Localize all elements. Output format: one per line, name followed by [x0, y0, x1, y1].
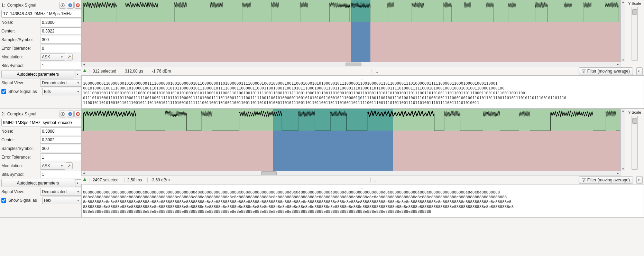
- autodetect-dropdown[interactable]: ▼: [75, 70, 81, 78]
- ellipsis-bottom: …: [83, 105, 642, 108]
- show-as-select[interactable]: Bits▼: [42, 88, 81, 95]
- error-input[interactable]: ▲ ▼: [40, 153, 81, 161]
- scrollbar-thumb[interactable]: [261, 171, 277, 175]
- scroll-up-icon[interactable]: ▲: [622, 109, 625, 112]
- filename-input[interactable]: [1, 119, 81, 126]
- signal-burst: [329, 0, 350, 22]
- info-button[interactable]: i: [67, 2, 74, 9]
- show-as-checkbox[interactable]: [1, 198, 6, 203]
- status-bar: 312 selected 312,00 µs -1,76 dBm … Filte…: [81, 67, 644, 75]
- bits-input[interactable]: ▲ ▼: [40, 62, 81, 69]
- data-line[interactable]: 1100101101010010110111001011101100101111…: [83, 101, 642, 105]
- signal-burst: [387, 0, 394, 22]
- data-line[interactable]: 888e888888888888888e88888888888888888888…: [83, 195, 642, 200]
- data-line[interactable]: 888e8888e888888888888888888e88e8e8888888…: [83, 209, 642, 214]
- autodetect-modulation-button[interactable]: [66, 54, 73, 60]
- waveform-view[interactable]: [81, 109, 620, 171]
- vertical-scrollbar[interactable]: ▲ ▼: [620, 0, 625, 62]
- autodetect-dropdown[interactable]: ▼: [75, 179, 81, 187]
- filter-dropdown[interactable]: ▼: [636, 176, 643, 184]
- scroll-up-icon[interactable]: ▲: [622, 0, 625, 3]
- status-time: 312,00 µs: [122, 69, 146, 74]
- chevron-down-icon: ▼: [76, 182, 79, 185]
- data-line[interactable]: 8e8888888e8e8e888888888e88888e888e888888…: [83, 200, 642, 205]
- svg-marker-1: [62, 4, 64, 6]
- filter-button[interactable]: Filter (moving average): [579, 67, 633, 75]
- scroll-left-icon[interactable]: ◀: [82, 63, 86, 66]
- yscale-slider[interactable]: [632, 116, 638, 170]
- error-input[interactable]: ▲ ▼: [40, 45, 81, 52]
- status-bar: 2497 selected 2,50 ms -3,69 dBm … Filter…: [81, 176, 644, 184]
- modulation-select[interactable]: ASK▼: [40, 53, 65, 61]
- yscale-slider[interactable]: [632, 7, 638, 61]
- center-input[interactable]: ▲ ▼: [40, 27, 81, 35]
- samples-input[interactable]: ▲ ▼: [40, 145, 81, 152]
- data-view[interactable]: … 88888888888888888888888888e88888888888…: [81, 184, 644, 217]
- samples-input[interactable]: ▲ ▼: [40, 36, 81, 44]
- filter-button[interactable]: Filter (moving average): [579, 176, 633, 184]
- modulation-select[interactable]: ASK▼: [40, 162, 65, 170]
- filename-input[interactable]: [1, 10, 81, 18]
- vertical-scrollbar[interactable]: ▲ ▼: [620, 109, 625, 171]
- data-line[interactable]: 0010100001001110000101000010011010000101…: [83, 86, 642, 91]
- signal-burst: [125, 0, 158, 22]
- signalview-select[interactable]: Demodulated▼: [40, 79, 81, 87]
- scroll-left-icon[interactable]: ◀: [82, 172, 86, 175]
- data-view[interactable]: … 10000000011000000010100000001111000000…: [81, 75, 644, 108]
- scroll-right-icon[interactable]: ▶: [615, 172, 620, 175]
- signal-burst: [508, 0, 516, 22]
- autodetect-button[interactable]: Autodetect parameters: [1, 179, 74, 187]
- bits-input[interactable]: ▲ ▼: [40, 171, 81, 178]
- close-button[interactable]: [74, 111, 81, 117]
- horizontal-scrollbar[interactable]: ◀ ▶: [81, 62, 620, 67]
- center-label: Center:: [1, 138, 40, 142]
- noise-input[interactable]: ▲ ▼: [40, 19, 81, 26]
- chevron-down-icon: ▼: [77, 190, 80, 193]
- data-line[interactable]: 88888888888888888888888888e8888888888888…: [83, 190, 642, 195]
- noise-label: Noise:: [1, 129, 40, 134]
- info-button[interactable]: i: [67, 111, 74, 117]
- data-line[interactable]: 1011000100110100010011110001010010100010…: [83, 91, 642, 96]
- svg-marker-5: [83, 69, 86, 72]
- filter-label: Filter (moving average): [587, 178, 630, 182]
- autodetect-modulation-button[interactable]: [66, 162, 73, 169]
- signal-burst: [564, 0, 572, 22]
- ellipsis-top: …: [83, 76, 642, 81]
- scrollbar-thumb[interactable]: [346, 63, 361, 66]
- filter-dropdown[interactable]: ▼: [636, 67, 643, 75]
- signal-title: 2: Complex Signal: [1, 112, 58, 116]
- ellipsis-top: …: [83, 185, 642, 190]
- up-arrow-icon: [83, 178, 87, 183]
- signal-burst: [412, 0, 424, 22]
- up-arrow-icon: [83, 69, 87, 74]
- signal-burst: [443, 0, 451, 22]
- main-area: ▲ ▼ Y-Scale ◀ ▶ 312 selected 312,00 µs -…: [81, 0, 644, 108]
- waveform-view[interactable]: [81, 0, 620, 62]
- signal-burst: [483, 109, 500, 131]
- data-line[interactable]: 88888888e8e88888e888e888888888e8e8888888…: [83, 205, 642, 209]
- close-button[interactable]: [74, 2, 81, 9]
- main-area: ▲ ▼ Y-Scale ◀ ▶ 2497 selected 2,50 ms -3…: [81, 109, 644, 217]
- signalview-select[interactable]: Demodulated▼: [40, 188, 81, 196]
- error-label: Error Tolerance:: [1, 46, 40, 51]
- scroll-down-icon[interactable]: ▼: [622, 59, 625, 62]
- play-button[interactable]: [59, 111, 66, 117]
- data-line[interactable]: 1000000001100000001010000000111100000010…: [83, 81, 642, 86]
- data-line[interactable]: 0111010100011011011000111110010001111011…: [83, 96, 642, 101]
- show-as-label: Show Signal as: [8, 89, 40, 94]
- signal-burst: [535, 0, 548, 22]
- noise-label: Noise:: [1, 20, 40, 25]
- play-button[interactable]: [59, 2, 66, 9]
- scroll-right-icon[interactable]: ▶: [615, 63, 620, 66]
- signal-burst: [165, 109, 186, 131]
- noise-input[interactable]: ▲ ▼: [40, 127, 81, 135]
- chevron-down-icon: ▼: [61, 56, 63, 59]
- horizontal-scrollbar[interactable]: ◀ ▶: [81, 171, 620, 176]
- center-input[interactable]: ▲ ▼: [40, 136, 81, 144]
- scroll-down-icon[interactable]: ▼: [622, 168, 625, 171]
- signal-burst: [210, 0, 223, 22]
- show-as-select[interactable]: Hex▼: [42, 197, 81, 204]
- signal-burst: [239, 109, 282, 131]
- autodetect-button[interactable]: Autodetect parameters: [1, 70, 74, 78]
- show-as-checkbox[interactable]: [1, 89, 6, 94]
